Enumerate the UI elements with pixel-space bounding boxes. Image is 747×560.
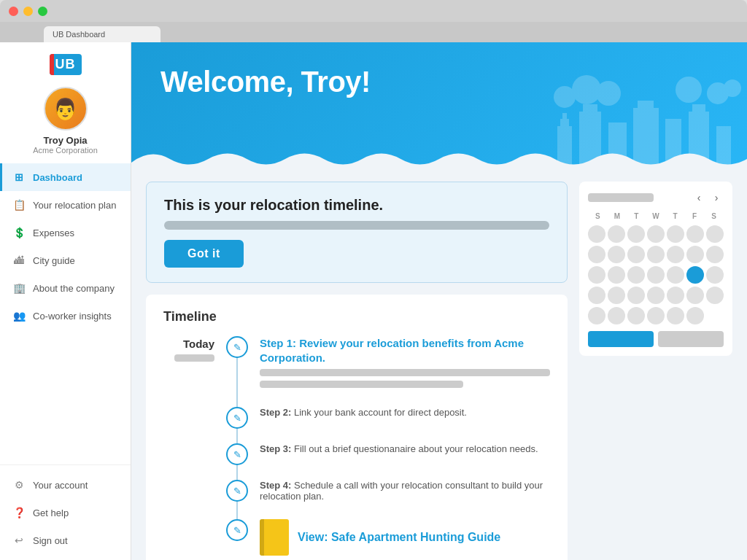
- book-icon: [260, 519, 289, 556]
- sidebar-item-your-account[interactable]: ⚙ Your account: [0, 471, 131, 499]
- book-step-title[interactable]: View: Safe Apartment Hunting Guide: [298, 531, 500, 544]
- sidebar-item-sign-out[interactable]: ↩ Sign out: [0, 526, 131, 554]
- svg-rect-7: [638, 101, 654, 111]
- city-guide-icon: 🏙: [12, 254, 26, 267]
- calendar-prev-button[interactable]: ‹: [692, 190, 706, 205]
- cal-day[interactable]: [667, 266, 684, 284]
- user-company: Acme Corporation: [33, 146, 98, 155]
- cal-day[interactable]: [608, 287, 625, 304]
- timeline-connector-book: ✎: [226, 519, 248, 560]
- cal-day[interactable]: [667, 225, 684, 243]
- timeline-date-today: Today: [183, 336, 214, 350]
- cal-day[interactable]: [627, 307, 645, 324]
- svg-point-15: [676, 77, 702, 103]
- dot-red[interactable]: [9, 7, 18, 16]
- sidebar-logo-area: UB: [0, 42, 131, 81]
- sidebar-item-coworker-insights[interactable]: 👥 Co-worker insights: [0, 302, 131, 330]
- dot-yellow[interactable]: [23, 7, 33, 16]
- cal-day[interactable]: [706, 225, 724, 243]
- cal-day-empty: [706, 307, 724, 324]
- cal-day[interactable]: [627, 225, 645, 243]
- cal-day[interactable]: [706, 287, 724, 304]
- sidebar-item-get-help[interactable]: ❓ Get help: [0, 499, 131, 526]
- cal-day[interactable]: [647, 266, 665, 284]
- svg-rect-10: [692, 104, 705, 114]
- cal-day[interactable]: [686, 307, 704, 324]
- calendar-footer: [588, 331, 724, 347]
- cal-day[interactable]: [588, 246, 605, 263]
- timeline-icon-2: ✎: [226, 407, 248, 429]
- cal-day[interactable]: [667, 246, 684, 263]
- calendar-footer-btn-primary[interactable]: [588, 331, 654, 347]
- timeline-icon-1: ✎: [226, 336, 248, 358]
- cal-day[interactable]: [608, 266, 625, 284]
- sidebar-item-label: Get help: [33, 508, 69, 518]
- sidebar-item-dashboard[interactable]: ⊞ Dashboard: [0, 163, 131, 191]
- cal-day[interactable]: [588, 307, 605, 324]
- sidebar-nav: ⊞ Dashboard 📋 Your relocation plan 💲 Exp…: [0, 163, 131, 464]
- cal-day[interactable]: [686, 246, 704, 263]
- avatar-emoji: 👨: [53, 97, 78, 121]
- cal-day-today[interactable]: [686, 266, 704, 284]
- calendar-footer-btn-secondary[interactable]: [658, 331, 724, 347]
- timeline-date-col: Today: [163, 336, 214, 407]
- cal-day[interactable]: [667, 287, 684, 304]
- sidebar-item-about-company[interactable]: 🏢 About the company: [0, 274, 131, 302]
- cal-day[interactable]: [627, 246, 645, 263]
- main-content: Welcome, Troy!: [131, 42, 747, 560]
- svg-point-17: [724, 79, 741, 97]
- cal-day[interactable]: [706, 246, 724, 263]
- tab-bar: UB Dashboard: [0, 22, 747, 42]
- cal-day[interactable]: [627, 287, 645, 304]
- cal-day[interactable]: [647, 225, 665, 243]
- calendar-next-button[interactable]: ›: [709, 190, 724, 205]
- cal-day[interactable]: [608, 246, 625, 263]
- timeline-entry-3: ✎ Step 3: Fill out a brief questionanair…: [163, 443, 550, 480]
- timeline-date-col-book: [163, 519, 214, 560]
- dot-green[interactable]: [38, 7, 47, 16]
- cal-day[interactable]: [588, 225, 605, 243]
- timeline-step-4-text: Step 4: Schedule a call with your reloca…: [260, 480, 550, 502]
- sidebar-item-expenses[interactable]: 💲 Expenses: [0, 219, 131, 246]
- cal-day[interactable]: [588, 266, 605, 284]
- cal-day[interactable]: [608, 225, 625, 243]
- cal-day[interactable]: [686, 287, 704, 304]
- avatar: 👨: [44, 87, 88, 131]
- sidebar-item-city-guide[interactable]: 🏙 City guide: [0, 246, 131, 274]
- timeline-content-4: Step 4: Schedule a call with your reloca…: [260, 480, 550, 519]
- cal-day[interactable]: [647, 287, 665, 304]
- dashboard-icon: ⊞: [12, 171, 26, 184]
- cal-day[interactable]: [686, 225, 704, 243]
- sidebar-item-label: Co-worker insights: [33, 311, 112, 322]
- svg-rect-2: [562, 113, 567, 122]
- cal-day[interactable]: [647, 246, 665, 263]
- cal-header-m: M: [608, 211, 627, 222]
- sidebar-item-label: City guide: [33, 255, 75, 266]
- timeline-connector-4: ✎: [226, 480, 248, 519]
- timeline-section: Timeline Today ✎: [146, 295, 568, 560]
- cal-day[interactable]: [667, 307, 684, 324]
- cal-day[interactable]: [588, 287, 605, 304]
- timeline-entry-2: ✎ Step 2: Link your bank account for dir…: [163, 407, 550, 443]
- tab-label: UB Dashboard: [53, 30, 105, 39]
- info-box: This is your relocation timeline. Got it: [146, 182, 568, 283]
- cal-day[interactable]: [627, 266, 645, 284]
- timeline-step-2-text: Step 2: Link your bank account for direc…: [260, 407, 550, 418]
- browser-tab[interactable]: UB Dashboard: [44, 26, 160, 42]
- sidebar-item-label: About the company: [33, 283, 115, 294]
- cal-day[interactable]: [608, 307, 625, 324]
- calendar-nav: ‹ ›: [692, 190, 724, 205]
- timeline-content-book: View: Safe Apartment Hunting Guide: [260, 519, 550, 560]
- coworker-icon: 👥: [12, 309, 26, 322]
- cal-day[interactable]: [647, 307, 665, 324]
- timeline-icon-4: ✎: [226, 480, 248, 502]
- sidebar-item-relocation-plan[interactable]: 📋 Your relocation plan: [0, 191, 131, 219]
- got-it-button[interactable]: Got it: [164, 240, 244, 268]
- timeline-step-3-text: Step 3: Fill out a brief questionanaire …: [260, 443, 550, 454]
- cal-header-t2: T: [665, 211, 685, 222]
- timeline-connector-2: ✎: [226, 407, 248, 443]
- calendar-header: ‹ ›: [588, 190, 724, 205]
- calendar-month-bar: [588, 193, 654, 202]
- calendar-grid: S M T W T F S: [588, 211, 724, 325]
- cal-day[interactable]: [706, 266, 724, 284]
